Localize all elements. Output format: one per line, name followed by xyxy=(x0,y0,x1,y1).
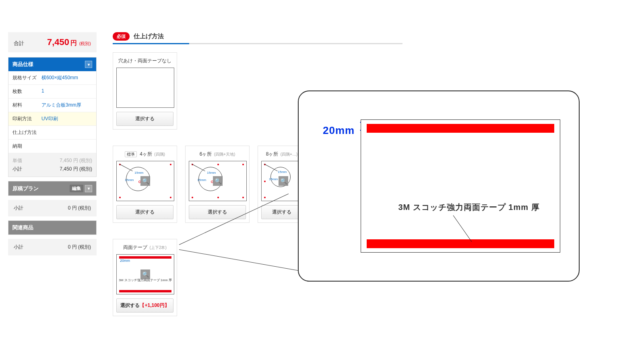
total-box: 合計 7,450 円 (税別) xyxy=(8,32,97,52)
select-button-8holes[interactable]: 選択する xyxy=(261,205,302,219)
spec-panel: 商品仕様 ▾ 規格サイズ 横600×縦450mm 枚数 1 材料 アルミ合板3m… xyxy=(8,57,97,177)
section-title: 仕上げ方法 xyxy=(134,33,164,40)
sidebar: 合計 7,450 円 (税別) 商品仕様 ▾ 規格サイズ 横600×縦450mm… xyxy=(8,32,97,259)
option-title: 両面テープ (上下2本) xyxy=(116,243,173,254)
related-panel-head: 関連商品 xyxy=(8,221,96,234)
zoom-icon[interactable]: 🔍 xyxy=(213,176,223,186)
spec-price-box: 単価 7,450 円 (税別) 小計 7,450 円 (税別) xyxy=(8,153,96,177)
plan-toggle-button[interactable]: ▾ xyxy=(85,185,92,192)
spec-row-print[interactable]: 印刷方法 UV印刷 xyxy=(8,112,96,126)
option-preview-none[interactable] xyxy=(116,68,174,108)
callout-tape-top xyxy=(367,124,554,133)
unit-label: 単価 xyxy=(12,157,22,164)
required-badge: 必須 xyxy=(113,32,130,41)
total-currency: 円 xyxy=(70,39,77,46)
zoom-icon[interactable]: 🔍 xyxy=(140,269,150,279)
total-price: 7,450 xyxy=(47,37,69,47)
unit-value: 7,450 円 (税別) xyxy=(60,157,92,164)
plan-sub-value: 0 円 (税別) xyxy=(68,205,91,212)
select-button-none[interactable]: 選択する xyxy=(116,112,173,126)
spec-row-qty[interactable]: 枚数 1 xyxy=(8,85,96,99)
callout-board xyxy=(361,119,560,253)
option-card-none: 穴あけ・両面テープなし 選択する xyxy=(113,52,177,130)
callout-tape-bottom xyxy=(367,239,554,248)
option-preview-6holes[interactable]: 15mm 15mm 🔍 xyxy=(189,161,247,201)
spec-row-delivery[interactable]: 納期 xyxy=(8,140,96,153)
spec-heading: 商品仕様 xyxy=(12,61,33,68)
option-card-4holes: 標準 4ヶ所 (四隅) 15mm 15mm 🔍 選択する xyxy=(113,146,177,223)
total-tax: (税別) xyxy=(79,41,91,46)
callout-caption: 3M スコッチ強力両面テープ 1mm 厚 xyxy=(381,202,557,213)
section-head: 必須 仕上げ方法 xyxy=(113,32,402,41)
plan-panel-head: 原稿プラン 編集 ▾ xyxy=(8,181,96,195)
option-title: 標準 4ヶ所 (四隅) xyxy=(116,149,173,161)
spec-row-size[interactable]: 規格サイズ 横600×縦450mm xyxy=(8,71,96,85)
standard-badge: 標準 xyxy=(125,151,137,157)
spec-row-finish[interactable]: 仕上げ方法 xyxy=(8,126,96,140)
related-sub-value: 0 円 (税別) xyxy=(68,244,91,251)
subtotal-value: 7,450 円 (税別) xyxy=(60,166,92,173)
select-button-tape[interactable]: 選択する【+1,100円】 xyxy=(116,298,173,313)
progress-line xyxy=(113,43,402,44)
related-panel: 関連商品 xyxy=(8,220,97,235)
spec-row-material[interactable]: 材料 アルミ合板3mm厚 xyxy=(8,99,96,112)
related-subtotal-box: 小計 0 円 (税別) xyxy=(8,239,97,255)
zoom-icon[interactable]: 🔍 xyxy=(279,176,288,186)
option-preview-4holes[interactable]: 15mm 15mm 🔍 xyxy=(116,161,174,201)
option-title: 6ヶ所 (四隅+天地) xyxy=(189,149,246,161)
option-title: 穴あけ・両面テープなし xyxy=(116,56,173,68)
zoom-icon[interactable]: 🔍 xyxy=(140,176,150,186)
tape-width-label: 20mm xyxy=(120,259,130,263)
spec-toggle-button[interactable]: ▾ xyxy=(85,61,92,68)
option-preview-tape[interactable]: 20mm 3M スコッチ強力両面テープ 1mm 厚 🔍 xyxy=(116,254,174,294)
option-card-tape: 両面テープ (上下2本) 20mm 3M スコッチ強力両面テープ 1mm 厚 🔍… xyxy=(113,239,177,316)
related-sub-label: 小計 xyxy=(14,244,23,251)
plan-heading: 原稿プラン xyxy=(12,185,39,192)
plan-edit-button[interactable]: 編集 xyxy=(70,185,83,192)
detail-callout: 20mm 3M スコッチ強力両面テープ 1mm 厚 xyxy=(298,90,580,282)
plan-panel: 原稿プラン 編集 ▾ xyxy=(8,181,97,196)
plan-subtotal-box: 小計 0 円 (税別) xyxy=(8,200,97,216)
callout-width-label: 20mm xyxy=(323,124,355,137)
subtotal-label: 小計 xyxy=(12,166,22,173)
total-label: 合計 xyxy=(14,40,24,47)
option-title: 8ヶ所 (四隅+…) xyxy=(261,149,302,161)
spec-panel-head: 商品仕様 ▾ xyxy=(8,58,96,71)
select-button-4holes[interactable]: 選択する xyxy=(116,205,173,219)
option-card-6holes: 6ヶ所 (四隅+天地) 15mm 15mm 🔍 選択する xyxy=(185,146,250,223)
plan-sub-label: 小計 xyxy=(14,205,23,212)
related-heading: 関連商品 xyxy=(12,224,33,231)
